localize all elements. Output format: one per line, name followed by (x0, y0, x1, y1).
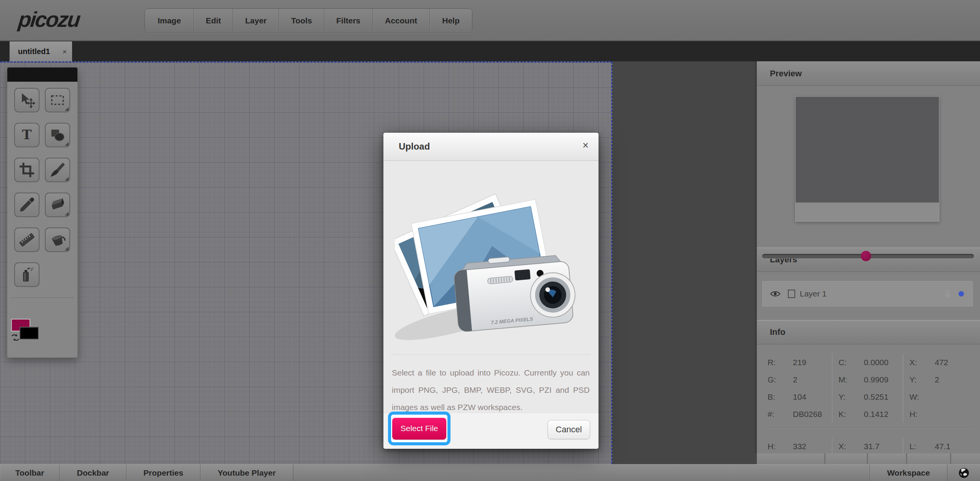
globe-button[interactable] (947, 465, 980, 481)
dock-strip-cell[interactable] (907, 453, 950, 464)
info-row: #:DB0268 (768, 405, 832, 423)
bottom-bar-toolbar-button[interactable]: Toolbar (0, 465, 60, 481)
layer-checkbox[interactable] (788, 290, 795, 298)
flyout-corner-indicator (65, 212, 69, 216)
dock-strip-cell[interactable] (825, 453, 867, 464)
cancel-button[interactable]: Cancel (548, 420, 590, 439)
info-row: K:0.1412 (839, 405, 903, 423)
svg-text:T: T (22, 127, 31, 142)
brush-tool-button[interactable] (45, 158, 70, 182)
flyout-corner-indicator (65, 107, 69, 111)
info-value: 219 (793, 358, 806, 367)
menu-item-image[interactable]: Image (145, 9, 194, 33)
layer-color-dot[interactable] (959, 291, 964, 297)
info-row: W: (909, 388, 974, 405)
info-divider (768, 428, 973, 428)
info-label: K: (839, 410, 864, 419)
shapes-icon (49, 127, 66, 143)
info-column: X:472Y:2W:H: (903, 354, 974, 423)
toolbox-drag-handle[interactable] (7, 68, 77, 82)
info-row: G:2 (768, 371, 832, 388)
tab-label: untitled1 (18, 47, 50, 56)
workspace-button[interactable]: Workspace (870, 465, 947, 481)
info-label: #: (768, 410, 793, 419)
eraser-tool-button[interactable] (45, 193, 70, 217)
info-value: 2 (793, 375, 797, 384)
bottom-bar-spacer (293, 465, 870, 481)
info-label: G: (768, 375, 793, 384)
layer-visibility-icon[interactable] (770, 290, 780, 297)
flyout-corner-indicator (65, 177, 69, 181)
info-label: B: (768, 392, 793, 402)
picozu-app: picozu ImageEditLayerToolsFiltersAccount… (0, 0, 980, 481)
upload-dialog: Upload × (383, 133, 599, 449)
dialog-title: Upload (383, 141, 430, 152)
bottom-bar-youtube-player-button[interactable]: Youtube Player (201, 465, 293, 481)
layer-lock-icon[interactable] (944, 290, 952, 298)
crop-tool-button[interactable] (14, 158, 39, 182)
info-label: X: (909, 358, 935, 367)
marquee-select-icon (49, 92, 66, 109)
menu-item-edit[interactable]: Edit (194, 9, 233, 33)
slider-thumb[interactable] (861, 251, 871, 261)
info-row: H:332 (768, 438, 832, 455)
menu-item-layer[interactable]: Layer (233, 9, 279, 33)
ruler-tool-button[interactable] (14, 227, 39, 252)
spray-tool-button[interactable] (14, 262, 39, 287)
info-row: Y:2 (909, 371, 974, 388)
dock-strip-cell[interactable] (757, 453, 824, 464)
info-label: Y: (909, 375, 935, 384)
info-section-header[interactable]: Info (757, 320, 980, 344)
info-column: C:0.0000M:0.9909Y:0.5251K:0.1412 (832, 354, 903, 423)
preview-zoom-slider[interactable] (762, 251, 974, 262)
bottom-bar-properties-button[interactable]: Properties (127, 465, 201, 481)
dock-panel: Preview Layers Layer 1 (755, 61, 980, 453)
toolbox-panel: T (7, 67, 78, 358)
flyout-corner-indicator (65, 142, 69, 146)
layer-row[interactable]: Layer 1 (762, 281, 973, 306)
upload-description: Select a file to upload into Picozu. Cur… (392, 354, 590, 416)
text-tool-button[interactable]: T (14, 123, 39, 147)
marquee-select-tool-button[interactable] (45, 88, 70, 112)
menu-item-help[interactable]: Help (429, 9, 472, 33)
menu-item-account[interactable]: Account (372, 9, 429, 33)
select-file-button[interactable]: Select File (392, 418, 446, 440)
eyedropper-icon (18, 196, 35, 213)
menu-item-tools[interactable]: Tools (279, 9, 324, 33)
info-value: 332 (793, 442, 806, 451)
upload-dialog-body: 7.2 MEGA PIXELS Select a file to upload … (383, 161, 599, 412)
paint-bucket-tool-button[interactable] (45, 227, 70, 252)
dock-resize-strip (757, 453, 980, 464)
info-block: R:219G:2B:104#:DB0268C:0.0000M:0.9909Y:0… (761, 354, 974, 423)
eyedropper-tool-button[interactable] (14, 193, 39, 217)
tool-grid: T (14, 88, 77, 287)
dock-strip-cell[interactable] (951, 453, 980, 464)
info-label: H: (909, 410, 935, 419)
bottom-bar-dockbar-button[interactable]: Dockbar (60, 465, 127, 481)
background-color-swatch[interactable] (20, 327, 39, 339)
globe-icon (959, 468, 969, 478)
move-tool-button[interactable] (14, 88, 39, 112)
dock-strip-cell[interactable] (868, 453, 906, 464)
eraser-icon (49, 196, 66, 213)
tab-untitled1[interactable]: untitled1 × (10, 41, 72, 61)
preview-section-body (757, 86, 980, 247)
dialog-close-icon[interactable]: × (582, 140, 589, 151)
info-label: H: (768, 442, 793, 451)
bottom-bar-left-group: ToolbarDockbarPropertiesYoutube Player (0, 465, 293, 481)
flyout-corner-indicator (65, 247, 69, 250)
swap-colors-icon[interactable] (10, 334, 20, 341)
tab-close-icon[interactable]: × (62, 48, 67, 55)
info-row: R:219 (768, 354, 832, 371)
tab-bar: untitled1 × (0, 41, 980, 61)
shapes-tool-button[interactable] (45, 123, 70, 147)
info-label: L: (909, 442, 935, 451)
info-row: M:0.9909 (839, 371, 903, 388)
info-column: R:219G:2B:104#:DB0268 (761, 354, 832, 423)
info-value: 472 (935, 358, 948, 367)
preview-image-area (796, 97, 939, 203)
preview-thumbnail (795, 96, 939, 222)
menu-item-filters[interactable]: Filters (324, 9, 372, 33)
move-icon (18, 92, 35, 109)
preview-section-header[interactable]: Preview (757, 61, 980, 86)
